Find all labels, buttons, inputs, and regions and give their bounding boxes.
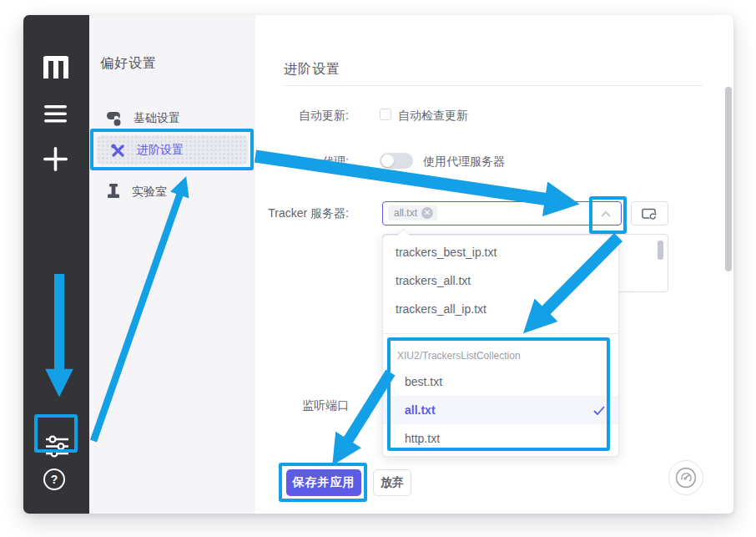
annotation-box-dropdown-arrow	[589, 196, 627, 234]
annotation-box-save-button	[279, 463, 367, 502]
speed-gauge-button[interactable]	[668, 460, 703, 495]
lab-icon	[107, 184, 120, 200]
annotation-box-dropdown-group	[387, 337, 610, 451]
tracker-select-input[interactable]: all.txt ✕	[382, 201, 622, 225]
preferences-title: 偏好设置	[100, 55, 157, 73]
app-window: ? 偏好设置 基础设置	[23, 15, 733, 514]
screenshot-stage: ? 偏好设置 基础设置	[0, 0, 756, 537]
listen-port-label: 监听端口	[255, 398, 349, 413]
basic-settings-icon	[107, 111, 122, 126]
motrix-logo-icon	[41, 53, 71, 79]
discard-button[interactable]: 放弃	[373, 469, 411, 496]
proxy-label: 代理:	[261, 155, 349, 170]
auto-update-label: 自动更新:	[261, 109, 349, 124]
sidebar-item-label: 实验室	[132, 185, 167, 200]
add-task-icon[interactable]	[43, 147, 68, 171]
tracker-tag-label: all.txt	[394, 207, 417, 219]
tag-close-icon[interactable]: ✕	[421, 207, 433, 219]
help-icon[interactable]: ?	[43, 469, 65, 490]
tracker-tag: all.txt ✕	[388, 205, 437, 220]
annotation-box-preferences-icon	[34, 414, 78, 453]
title-divider	[284, 85, 703, 86]
annotation-box-advanced-item	[90, 129, 254, 170]
sidebar-item-label: 基础设置	[134, 111, 180, 126]
sync-icon	[642, 207, 658, 220]
task-list-icon[interactable]	[44, 105, 67, 123]
preferences-panel: 偏好设置 基础设置	[89, 15, 255, 514]
page-title: 进阶设置	[284, 61, 340, 79]
dropdown-option[interactable]: trackers_all.txt	[383, 266, 618, 295]
proxy-toggle-label: 使用代理服务器	[423, 155, 505, 170]
gauge-icon	[675, 467, 697, 489]
main-scrollbar[interactable]	[725, 87, 732, 271]
dropdown-option[interactable]: trackers_best_ip.txt	[383, 238, 618, 266]
proxy-toggle[interactable]	[380, 153, 413, 169]
auto-update-checkbox[interactable]	[380, 109, 391, 120]
toggle-knob	[381, 155, 394, 167]
dropdown-option[interactable]: trackers_all_ip.txt	[383, 295, 618, 323]
sidebar-item-lab[interactable]: 实验室	[107, 177, 240, 207]
tracker-label: Tracker 服务器:	[261, 206, 349, 221]
textarea-scrollbar[interactable]	[658, 241, 663, 260]
sync-tracker-button[interactable]	[631, 201, 668, 225]
auto-update-checkbox-label: 自动检查更新	[398, 109, 468, 124]
